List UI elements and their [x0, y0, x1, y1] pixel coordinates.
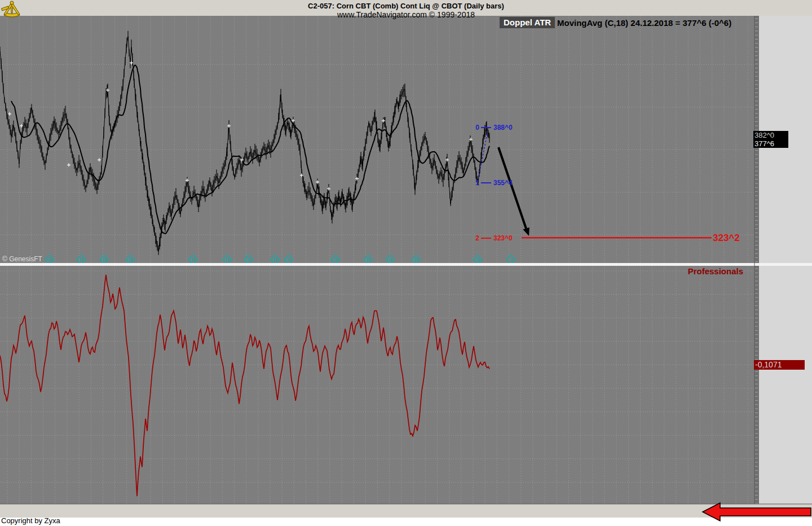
svg-text:R: R — [129, 257, 133, 263]
svg-text:R: R — [247, 257, 251, 263]
target-price-label: 323^2 — [713, 233, 740, 243]
svg-text:R: R — [103, 257, 107, 263]
svg-text:R: R — [476, 257, 480, 263]
svg-text:R: R — [287, 257, 291, 263]
wave-point-value: 323^0 — [493, 234, 513, 242]
wave-point-index: 2 — [475, 234, 479, 242]
svg-text:R: R — [226, 257, 230, 263]
symbol-title: C2-057: Corn CBT (Comb) Cont Liq @ CBOT … — [0, 0, 812, 10]
wave-point-index: 0 — [475, 124, 479, 132]
svg-text:?: ? — [509, 257, 512, 263]
svg-text:R: R — [80, 257, 83, 263]
svg-text:R: R — [414, 257, 418, 263]
ma-value-badge: 377^6 — [753, 139, 788, 148]
movingavg-status-label[interactable]: MovingAvg (C,18) 24.12.2018 = 377^6 (-0^… — [557, 18, 731, 28]
wave-point-index: 1 — [475, 179, 479, 187]
panel-separator — [0, 263, 812, 266]
svg-text:R: R — [191, 257, 195, 263]
chart-canvas[interactable]: 0388^01355^42323^0323^2RRRRRRRRRRRRRR? — [0, 0, 812, 526]
svg-text:R: R — [334, 257, 338, 263]
current-price-badge: 382^0 — [753, 131, 788, 139]
main-plot-bg[interactable] — [0, 16, 754, 263]
trade-navigator-window: 0388^01355^42323^0323^2RRRRRRRRRRRRRR? C… — [0, 0, 812, 526]
title-bar: C2-057: Corn CBT (Comb) Cont Liq @ CBOT … — [0, 0, 812, 16]
svg-text:R: R — [367, 257, 370, 263]
footer-copyright: Copyright by Zyxa — [1, 516, 60, 525]
indicator-button-doppel-atr[interactable]: Doppel ATR — [500, 17, 555, 28]
genesisft-watermark: © GenesisFT — [2, 255, 42, 263]
lower-indicator-title[interactable]: Professionals — [688, 266, 743, 276]
axis-column-bg — [754, 16, 812, 504]
wave-point-value: 388^0 — [493, 124, 513, 132]
wave-point-value: 355^4 — [493, 179, 513, 187]
lower-plot-bg[interactable] — [0, 266, 754, 504]
footer-strip-bg — [0, 518, 812, 526]
svg-text:R: R — [273, 257, 277, 263]
x-axis-strip-bg — [0, 504, 812, 518]
indicator-value-badge: -0,1071 — [754, 360, 805, 370]
svg-text:R: R — [48, 257, 52, 263]
svg-text:R: R — [389, 257, 392, 263]
sextant-logo-icon — [1, 1, 23, 17]
